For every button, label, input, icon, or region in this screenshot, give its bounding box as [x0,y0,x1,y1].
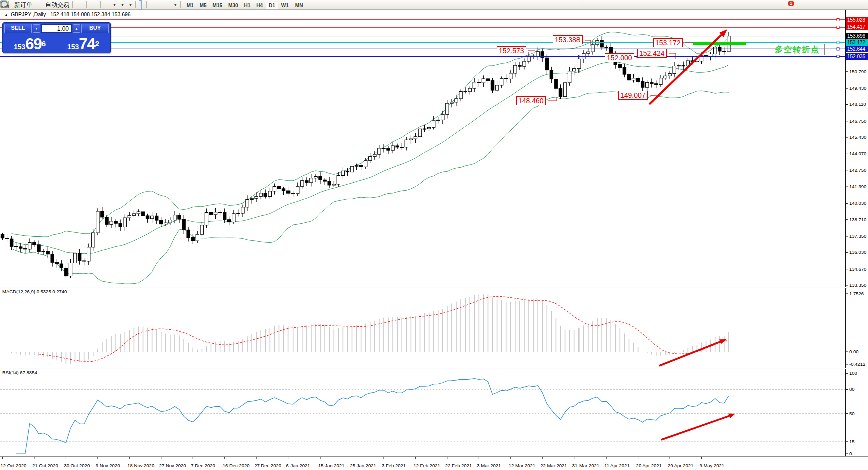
date-axis-label: 21 Oct 2020 [32,463,58,468]
macd-indicator [3,294,729,364]
sell-price-prefix: 153 [14,41,25,52]
date-axis-label: 3 Mar 2021 [477,463,501,468]
sell-button[interactable]: SELL [4,24,32,33]
buy-price-prefix: 153 [67,41,79,52]
green-level-segment[interactable] [693,42,746,45]
date-axis-label: 3 Feb 2021 [382,463,406,468]
price-axis-tick: 137.350 [849,233,866,239]
price-annotation-label[interactable]: 153.172 [653,38,683,47]
buy-price[interactable]: 153742 [58,34,109,52]
buy-price-sup: 2 [95,34,99,54]
date-axis-label: 27 Dec 2020 [254,463,281,468]
price-annotation-label[interactable]: 152.424 [637,49,667,58]
candles [1,32,730,278]
sell-price-sup: 6 [42,34,46,54]
price-annotation-label[interactable]: 153.388 [553,35,583,44]
price-axis-tick: 136.030 [849,249,866,255]
price-axis-tick: 138.710 [849,217,866,222]
macd-axis-tick: 1.7526 [849,291,864,296]
trend-arrow[interactable] [661,414,735,440]
date-axis-label: 27 Nov 2020 [159,463,186,468]
date-axis-label: 22 Mar 2021 [540,463,567,468]
macd-pane-label: MACD(12,26,9) 0.5325 0.2740 [2,289,67,294]
date-axis-label: 9 Nov 2020 [96,463,120,468]
price-axis-tick: 146.750 [849,118,866,124]
date-axis-label: 15 Jan 2021 [318,463,344,468]
date-axis-label: 18 Nov 2020 [127,463,154,468]
price-axis-tick: 133.350 [849,282,866,288]
date-axis-label: 20 Apr 2021 [636,463,662,468]
buy-button[interactable]: BUY [81,24,109,33]
macd-axis-tick: 0.00 [849,349,859,354]
price-axis-line-label: 153.696 [846,33,868,39]
one-click-trading-panel: SELL ▼ 1.00 ▲ BUY 153696 153742 [2,22,111,53]
date-axis-label: 9 May 2021 [700,463,725,468]
price-axis-line-label: 153.172 [846,39,868,46]
date-axis-label: 12 Feb 2021 [413,463,440,468]
collapse-arrow-icon[interactable]: ▲ [4,13,8,17]
chart-title: ▲GBPJPY-,Daily152.418 154.008 152.384 15… [4,11,131,17]
price-axis-tick: 145.430 [849,134,866,140]
rsi-axis-tick: 0 [849,451,852,456]
date-axis-label: 31 Mar 2021 [572,463,599,468]
date-axis-label: 12 Mar 2021 [509,463,535,468]
date-axis-label: 30 Oct 2020 [64,463,90,468]
volume-input[interactable]: 1.00 [41,24,72,33]
chart-canvas[interactable] [0,0,868,470]
price-axis-tick: 134.670 [849,266,866,272]
rsi-pane-label: RSI(14) 67.8854 [2,370,37,375]
date-axis-label: 16 Dec 2020 [223,463,250,468]
sell-price-big: 69 [25,36,41,52]
annotation-lead [669,53,676,59]
rsi-indicator [0,379,845,454]
price-annotation-label[interactable]: 152.000 [605,53,634,62]
date-axis-label: 25 Jan 2021 [350,463,376,468]
price-axis-tick: 150.790 [849,69,866,74]
date-axis-label: 12 Oct 2020 [1,463,27,468]
rsi-axis-tick: 50 [849,411,855,416]
price-annotation-label[interactable]: 148.460 [516,96,546,105]
volume-up-button[interactable]: ▲ [73,24,80,33]
date-axis-label: 11 Apr 2021 [604,463,630,468]
price-axis-tick: 140.030 [849,200,866,206]
price-axis-line-label: 152.035 [846,53,868,60]
price-axis-line-label: 155.028 [846,17,868,23]
price-annotation-label[interactable]: 149.007 [618,91,648,100]
rsi-axis-tick: 80 [849,386,855,392]
price-axis-tick: 144.070 [849,151,866,156]
rsi-axis-tick: 100 [849,370,857,376]
buy-price-big: 74 [79,36,95,52]
price-annotation-label[interactable]: 152.573 [497,46,526,55]
price-axis-tick: 149.430 [849,85,866,91]
occluded-price-label [846,23,868,25]
price-axis-tick: 148.110 [849,101,866,107]
date-axis-label: 6 Jan 2021 [286,463,310,468]
ohlc-values: 152.418 154.008 152.384 153.696 [50,11,131,17]
date-axis-label: 29 Apr 2021 [668,463,693,468]
price-axis-tick: 142.750 [849,167,866,173]
date-axis-label: 7 Dec 2020 [191,463,215,468]
sell-price[interactable]: 153696 [4,34,55,52]
macd-axis-tick: -0.4212 [849,361,865,367]
annotation-lead [585,40,591,46]
price-axis-tick: 141.390 [849,184,866,189]
date-axis-label: 22 Feb 2021 [445,463,472,468]
rsi-axis-tick: 15 [849,439,855,444]
bull-bear-turning-point-note[interactable]: 多空转折点 [770,44,825,55]
volume-down-button[interactable]: ▼ [33,24,40,33]
symbol-period-label: GBPJPY-,Daily [11,11,46,17]
price-axis-line-label: 152.644 [846,46,868,52]
